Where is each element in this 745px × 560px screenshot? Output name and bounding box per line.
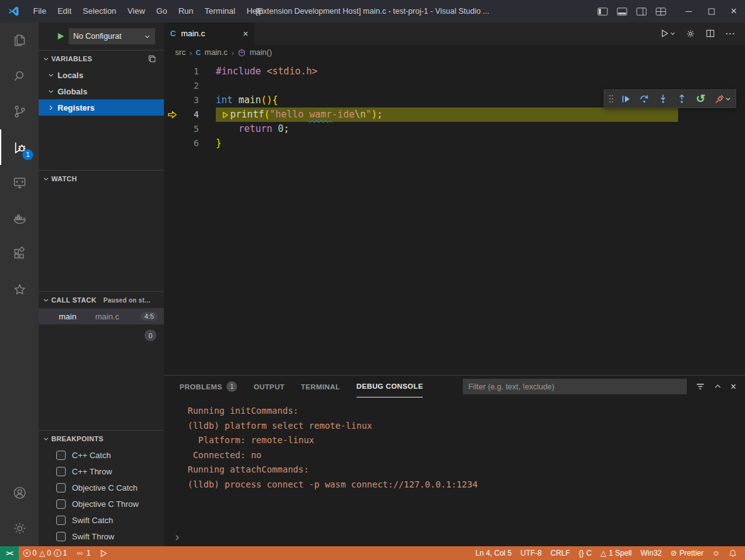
configure-gear-icon[interactable] bbox=[686, 29, 696, 39]
status-encoding[interactable]: UTF-8 bbox=[516, 546, 546, 560]
activity-docker[interactable] bbox=[0, 201, 39, 236]
remote-indicator[interactable]: >< bbox=[0, 546, 19, 560]
chevron-up-icon[interactable] bbox=[714, 382, 722, 391]
variables-item-globals[interactable]: Globals bbox=[39, 83, 164, 99]
activity-favorites[interactable] bbox=[0, 272, 39, 308]
status-notifications[interactable] bbox=[724, 546, 741, 560]
start-debugging-button[interactable] bbox=[56, 32, 65, 41]
breadcrumb-file[interactable]: main.c bbox=[205, 48, 228, 57]
step-over-button[interactable] bbox=[635, 90, 654, 108]
activity-explorer[interactable] bbox=[0, 22, 39, 58]
panel-tab-problems[interactable]: PROBLEMS1 bbox=[180, 376, 237, 398]
console-input[interactable]: › bbox=[164, 528, 745, 546]
drag-handle-icon[interactable] bbox=[606, 90, 616, 108]
slash-icon: ⊘ bbox=[671, 549, 677, 558]
call-stack-frame[interactable]: main main.c 4:5 bbox=[39, 308, 164, 324]
close-button[interactable]: × bbox=[722, 0, 745, 22]
breadcrumb-folder[interactable]: src bbox=[175, 48, 186, 57]
line-number[interactable]: 1 bbox=[180, 64, 199, 79]
code-text: #include <stdio.h> bbox=[216, 64, 318, 79]
line-number[interactable]: 5 bbox=[180, 122, 199, 136]
panel-tab-terminal[interactable]: TERMINAL bbox=[301, 376, 340, 398]
checkbox-unchecked[interactable] bbox=[56, 499, 66, 509]
run-file-button[interactable] bbox=[660, 29, 676, 38]
split-editor-icon[interactable] bbox=[706, 29, 715, 38]
status-platform[interactable]: Win32 bbox=[636, 546, 666, 560]
launch-config-dropdown[interactable]: No Configurat bbox=[69, 28, 155, 44]
console-filter-input[interactable] bbox=[463, 379, 687, 394]
maximize-button[interactable] bbox=[700, 0, 722, 22]
status-cursor-position[interactable]: Ln 4, Col 5 bbox=[471, 546, 516, 560]
step-out-button[interactable] bbox=[672, 90, 691, 108]
menu-selection[interactable]: Selection bbox=[77, 0, 121, 22]
breakpoint-item[interactable]: Objective C Throw bbox=[39, 496, 164, 512]
activity-run-and-debug[interactable]: 1 bbox=[0, 129, 39, 165]
variables-item-registers[interactable]: Registers bbox=[39, 99, 164, 116]
restart-button[interactable]: ↺ bbox=[691, 90, 710, 108]
code-token: printf bbox=[230, 108, 264, 122]
variables-header[interactable]: VARIABLES bbox=[39, 51, 164, 67]
step-into-button[interactable] bbox=[654, 90, 672, 108]
breakpoint-item[interactable]: Swift Throw bbox=[39, 528, 164, 544]
breakpoint-label: Swift Catch bbox=[72, 516, 113, 525]
toggle-sidebar-icon[interactable] bbox=[597, 7, 608, 16]
line-number[interactable]: 2 bbox=[180, 79, 199, 93]
toggle-panel-icon[interactable] bbox=[617, 7, 627, 16]
activity-account[interactable] bbox=[0, 475, 39, 511]
tab-main-c[interactable]: C main.c × bbox=[164, 22, 255, 44]
continue-button[interactable] bbox=[616, 90, 635, 108]
status-ports[interactable]: 1 bbox=[71, 546, 95, 560]
status-spell-checker[interactable]: △1 Spell bbox=[596, 546, 636, 560]
line-number[interactable]: 4 bbox=[180, 108, 199, 122]
checkbox-unchecked[interactable] bbox=[56, 532, 66, 541]
breakpoint-item[interactable]: C++ Throw bbox=[39, 463, 164, 479]
activity-source-control[interactable] bbox=[0, 94, 39, 129]
menu-terminal[interactable]: Terminal bbox=[199, 0, 241, 22]
close-panel-icon[interactable]: × bbox=[731, 381, 736, 392]
status-feedback[interactable]: ☺ bbox=[708, 546, 724, 560]
close-tab-icon[interactable]: × bbox=[243, 28, 248, 39]
copy-icon[interactable] bbox=[148, 54, 164, 63]
menu-file[interactable]: File bbox=[28, 0, 52, 22]
inline-breakpoint-icon[interactable] bbox=[221, 111, 229, 119]
panel-tab-debug-console[interactable]: DEBUG CONSOLE bbox=[357, 376, 423, 398]
current-line-arrow-icon[interactable] bbox=[164, 108, 180, 122]
checkbox-unchecked[interactable] bbox=[56, 467, 66, 476]
status-language-mode[interactable]: {}C bbox=[574, 546, 596, 560]
variables-item-locals[interactable]: Locals bbox=[39, 67, 164, 83]
checkbox-unchecked[interactable] bbox=[56, 483, 66, 492]
breakpoint-item[interactable]: C++ Catch bbox=[39, 447, 164, 463]
activity-settings[interactable] bbox=[0, 511, 39, 546]
more-actions-icon[interactable]: ⋯ bbox=[725, 28, 735, 39]
checkbox-unchecked[interactable] bbox=[56, 451, 66, 460]
menu-edit[interactable]: Edit bbox=[52, 0, 77, 22]
status-debug[interactable] bbox=[95, 546, 112, 560]
checkbox-unchecked[interactable] bbox=[56, 516, 66, 525]
code-token: "hello bbox=[270, 108, 309, 122]
menu-run[interactable]: Run bbox=[173, 0, 199, 22]
watch-header[interactable]: WATCH bbox=[39, 171, 164, 187]
breakpoints-header[interactable]: BREAKPOINTS bbox=[39, 431, 164, 447]
status-problems[interactable]: ×0 △0 i1 bbox=[19, 546, 71, 560]
line-number[interactable]: 6 bbox=[180, 136, 199, 151]
code-editor[interactable]: ↺ 1#include <stdio.h>23int main(){4 prin… bbox=[164, 61, 745, 375]
chevron-down-icon[interactable] bbox=[725, 96, 734, 102]
toggle-secondary-sidebar-icon[interactable] bbox=[636, 7, 647, 16]
breakpoint-item[interactable]: Objective C Catch bbox=[39, 479, 164, 496]
line-number[interactable]: 3 bbox=[180, 93, 199, 108]
menu-go[interactable]: Go bbox=[151, 0, 173, 22]
status-eol[interactable]: CRLF bbox=[546, 546, 574, 560]
filter-icon[interactable] bbox=[696, 382, 705, 391]
panel-tabs: PROBLEMS1OUTPUTTERMINALDEBUG CONSOLE bbox=[180, 376, 439, 398]
status-prettier[interactable]: ⊘Prettier bbox=[666, 546, 708, 560]
activity-remote-explorer[interactable] bbox=[0, 165, 39, 201]
activity-search[interactable] bbox=[0, 58, 39, 94]
minimize-button[interactable]: ─ bbox=[677, 0, 700, 22]
call-stack-header[interactable]: CALL STACK Paused on st... bbox=[39, 292, 164, 308]
panel-tab-output[interactable]: OUTPUT bbox=[253, 376, 285, 398]
menu-view[interactable]: View bbox=[122, 0, 151, 22]
breakpoint-item[interactable]: Swift Catch bbox=[39, 512, 164, 528]
customize-layout-icon[interactable] bbox=[656, 7, 666, 16]
breadcrumb-symbol[interactable]: main() bbox=[250, 48, 271, 57]
activity-extensions[interactable] bbox=[0, 236, 39, 272]
